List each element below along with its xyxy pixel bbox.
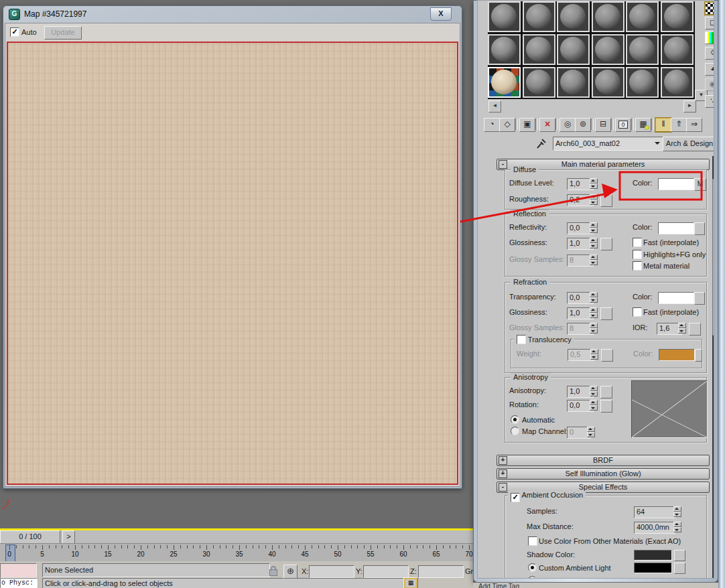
material-map-navigator-icon[interactable]: ∵ — [705, 95, 714, 108]
ior-spinner[interactable] — [678, 323, 686, 334]
go-forward-to-sibling-icon[interactable]: ⇒ — [686, 118, 702, 132]
mini-listener-pane[interactable]: o Physc: — [0, 578, 38, 588]
next-frame-button[interactable]: > — [62, 530, 75, 544]
automatic-radio[interactable] — [511, 415, 519, 424]
selection-lock-icon[interactable] — [269, 569, 277, 576]
ambient-occlusion-checkbox[interactable]: ✓ — [511, 493, 520, 502]
shadow-color-swatch[interactable] — [634, 550, 672, 561]
diffuse-color-map-button[interactable]: M — [694, 178, 706, 191]
diffuse-level-spinner[interactable] — [590, 178, 598, 190]
refraction-fast-checkbox[interactable] — [633, 307, 642, 317]
roughness-map-button[interactable] — [600, 194, 612, 207]
sample-slot[interactable] — [557, 1, 590, 32]
pick-material-from-object-icon[interactable] — [535, 137, 547, 150]
rotation-map-button[interactable] — [600, 400, 612, 413]
map-channel-radio[interactable] — [511, 427, 519, 435]
reflectivity-spinner[interactable] — [590, 222, 598, 234]
frame-counter-button[interactable]: 0 / 100 — [0, 530, 60, 544]
slot-scroll-left-icon[interactable]: ◄ — [488, 100, 501, 113]
reflection-color-map-button[interactable] — [694, 222, 705, 235]
sample-slot[interactable] — [626, 34, 659, 65]
rotation-spinner[interactable] — [590, 400, 598, 411]
translucency-color-swatch[interactable] — [659, 349, 695, 361]
custom-ambient-radio[interactable] — [528, 563, 537, 572]
sample-slot[interactable] — [661, 34, 694, 65]
sample-slot[interactable] — [488, 67, 521, 98]
anisotropy-map-button[interactable] — [600, 386, 612, 398]
material-name-dropdown[interactable]: Arch60_003_mat02 — [553, 137, 663, 151]
reflection-glossiness-map-button[interactable] — [600, 238, 612, 250]
samples-field[interactable]: 64 — [634, 506, 675, 518]
highlights-fg-checkbox[interactable] — [633, 250, 642, 259]
show-end-result-icon[interactable]: ‖ — [655, 118, 671, 132]
expand-icon[interactable]: + — [499, 469, 507, 478]
rollout-scrollbar[interactable] — [712, 156, 714, 579]
diffuse-color-swatch[interactable] — [658, 178, 694, 190]
close-icon[interactable]: X — [430, 7, 452, 21]
rollout-self-illumination[interactable]: + Self Illumination (Glow) — [497, 468, 710, 480]
ambient-light-color-swatch[interactable] — [634, 563, 672, 573]
roughness-spinner[interactable] — [590, 194, 598, 206]
sample-slot[interactable] — [661, 1, 694, 32]
glossy-samples-spinner[interactable] — [590, 254, 598, 266]
make-material-copy-icon[interactable]: ◎ — [559, 118, 576, 132]
sample-slot[interactable] — [592, 34, 624, 65]
video-color-check-icon[interactable] — [705, 31, 714, 44]
material-type-button[interactable]: Arch & Design — [663, 137, 714, 151]
show-map-in-viewport-icon[interactable]: ▦ — [635, 118, 651, 132]
sample-uv-tiling-icon[interactable]: ◻ — [705, 17, 714, 29]
refraction-color-swatch[interactable] — [658, 292, 694, 304]
sample-slot[interactable] — [626, 67, 659, 98]
sample-slot[interactable] — [523, 67, 555, 98]
sample-slot[interactable] — [661, 67, 694, 98]
samples-spinner[interactable] — [673, 506, 681, 518]
sample-slot[interactable] — [488, 1, 521, 32]
weight-spinner[interactable] — [590, 349, 598, 360]
go-to-parent-icon[interactable]: ⇑ — [671, 118, 687, 132]
max-distance-field[interactable]: 4000,0mn — [634, 522, 675, 534]
rollout-brdf[interactable]: + BRDF — [497, 455, 710, 466]
x-coord-field[interactable] — [309, 565, 354, 578]
auto-checkbox[interactable]: ✓ — [10, 27, 19, 37]
get-material-icon[interactable]: ◔ — [484, 118, 500, 132]
translucency-color-map-button[interactable] — [695, 349, 702, 362]
metal-material-checkbox[interactable] — [633, 261, 642, 271]
ambient-light-map-button[interactable] — [674, 563, 685, 574]
reflection-glossiness-spinner[interactable] — [590, 238, 598, 249]
sample-slot[interactable] — [557, 34, 590, 65]
options-icon[interactable]: ◕ — [705, 63, 714, 76]
make-unique-icon[interactable]: ⊚ — [575, 118, 591, 132]
slot-scroll-right-icon[interactable]: ► — [683, 100, 696, 113]
refraction-glossy-samples-spinner[interactable] — [590, 323, 598, 334]
reset-map-icon[interactable]: × — [539, 118, 555, 132]
collapse-icon[interactable]: - — [499, 160, 507, 169]
collapse-icon[interactable]: - — [499, 483, 507, 492]
anisotropy-spinner[interactable] — [590, 386, 598, 397]
put-material-to-scene-icon[interactable]: ◇ — [499, 118, 515, 132]
scrollbar-thumb[interactable] — [712, 179, 714, 336]
timeline-ruler[interactable]: 0510152025303540455055606570 — [0, 543, 473, 563]
translucency-checkbox[interactable] — [517, 335, 526, 344]
put-to-library-icon[interactable]: ⊟ — [595, 118, 611, 132]
sample-slot[interactable] — [523, 34, 555, 65]
sample-slot[interactable] — [592, 1, 624, 32]
assign-material-to-selection-icon[interactable]: ▣ — [519, 118, 535, 132]
macro-recorder-pane[interactable] — [0, 563, 37, 578]
max-distance-spinner[interactable] — [673, 522, 681, 533]
z-coord-field[interactable] — [418, 565, 464, 578]
absolute-offset-mode-icon[interactable]: ⊕ — [283, 565, 298, 579]
make-preview-icon[interactable]: ◊ — [705, 47, 714, 60]
sample-slot[interactable] — [523, 1, 555, 32]
material-id-channel-icon[interactable]: 0 — [615, 118, 631, 132]
refraction-color-map-button[interactable] — [694, 292, 705, 305]
sample-slot[interactable] — [626, 1, 659, 32]
weight-map-button[interactable] — [601, 349, 613, 362]
reflection-color-swatch[interactable] — [658, 222, 694, 234]
use-color-checkbox[interactable] — [528, 536, 537, 546]
sample-slot[interactable] — [592, 67, 624, 98]
ior-map-button[interactable] — [689, 323, 701, 336]
background-icon[interactable] — [705, 2, 714, 15]
fast-interpolate-checkbox[interactable] — [633, 238, 642, 247]
isolate-selection-icon[interactable]: ▦ — [403, 577, 418, 588]
global-ambient-radio[interactable] — [528, 576, 537, 579]
